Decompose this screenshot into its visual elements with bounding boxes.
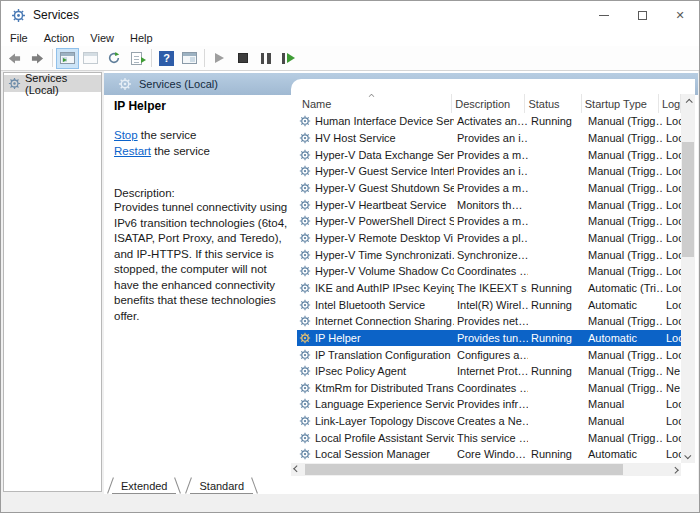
window-title: Services (33, 8, 79, 22)
show-console-tree-icon (60, 52, 75, 64)
service-description-cell: Activates an… (454, 113, 528, 130)
pause-service-button[interactable] (254, 48, 277, 69)
scroll-up-button[interactable] (681, 94, 695, 108)
forward-button[interactable] (26, 48, 49, 69)
forward-icon (30, 52, 45, 65)
table-row[interactable]: IKE and AuthIP IPsec Keying … The IKEEXT… (297, 280, 681, 297)
help-button[interactable]: ? (155, 48, 178, 69)
service-log-on-as-cell: Loc (663, 246, 681, 263)
service-gear-icon (299, 249, 311, 261)
table-row[interactable]: Hyper-V Guest Shutdown Se… Provides a m…… (297, 180, 681, 197)
table-row[interactable]: KtmRm for Distributed Trans… Coordinates… (297, 380, 681, 397)
menu-bar: File Action View Help (1, 29, 699, 46)
service-description-cell: Core Windo… (454, 446, 528, 463)
column-header-startup-type[interactable]: Startup Type (582, 94, 659, 113)
service-gear-icon (299, 232, 311, 244)
start-service-button[interactable] (208, 48, 231, 69)
service-startup-type-cell: Manual (585, 396, 663, 413)
show-action-pane-icon (182, 52, 197, 64)
horizontal-scrollbar-thumb[interactable] (305, 464, 623, 475)
service-status-cell (528, 313, 585, 330)
service-gear-icon (299, 199, 311, 211)
table-row[interactable]: HV Host Service Provides an i… Manual (T… (297, 130, 681, 147)
service-description-cell: Intel(R) Wirel… (454, 296, 528, 313)
menu-help[interactable]: Help (122, 29, 161, 46)
table-row[interactable]: Hyper-V Volume Shadow Co… Coordinates … … (297, 263, 681, 280)
table-row[interactable]: Internet Connection Sharing… Provides ne… (297, 313, 681, 330)
table-row[interactable]: Intel Bluetooth Service Intel(R) Wirel… … (297, 296, 681, 313)
service-name-cell: IKE and AuthIP IPsec Keying … (297, 280, 454, 297)
export-list-button[interactable] (125, 48, 148, 69)
column-header-log-on-as[interactable]: Log (659, 94, 681, 113)
service-status-cell: Running (528, 280, 585, 297)
menu-view[interactable]: View (82, 29, 122, 46)
table-row[interactable]: Local Profile Assistant Service This ser… (297, 429, 681, 446)
show-console-tree-button[interactable] (56, 48, 79, 69)
service-startup-type-cell: Manual (Trigg… (585, 213, 663, 230)
service-log-on-as-cell: Loc (663, 230, 681, 247)
service-startup-type-cell: Manual (Trigg… (585, 429, 663, 446)
table-row[interactable]: IP Translation Configuration … Configure… (297, 346, 681, 363)
back-button[interactable] (3, 48, 26, 69)
service-startup-type-cell: Manual (Trigg… (585, 246, 663, 263)
service-gear-icon (299, 149, 311, 161)
column-header-name[interactable]: Name (297, 94, 452, 113)
menu-action[interactable]: Action (36, 29, 83, 46)
chevron-up-icon (685, 98, 692, 105)
maximize-button[interactable] (623, 1, 661, 29)
properties-button[interactable] (79, 48, 102, 69)
restart-suffix-text: the service (151, 145, 210, 157)
table-row[interactable]: IPsec Policy Agent Internet Prot… Runnin… (297, 363, 681, 380)
restart-service-link[interactable]: Restart (114, 145, 151, 157)
service-startup-type-cell: Manual (Trigg… (585, 163, 663, 180)
service-description-cell: Synchronize… (454, 246, 528, 263)
scroll-down-button[interactable] (681, 449, 695, 463)
table-row[interactable]: Hyper-V PowerShell Direct S… Provides a … (297, 213, 681, 230)
stop-service-link[interactable]: Stop (114, 129, 138, 141)
service-info-pane: IP Helper Stop the service Restart the s… (114, 99, 290, 324)
table-row[interactable]: Hyper-V Remote Desktop Vi… Provides a pl… (297, 230, 681, 247)
service-gear-icon (299, 365, 311, 377)
scroll-right-button[interactable] (668, 463, 681, 476)
service-startup-type-cell: Automatic (Tri… (585, 280, 663, 297)
tree-item-services-local[interactable]: Services (Local) (4, 75, 101, 92)
table-row[interactable]: IP Helper Provides tun… Running Automati… (297, 330, 681, 347)
column-header-description[interactable]: Description (452, 94, 525, 113)
service-description-cell: Provides tun… (454, 330, 528, 347)
minimize-button[interactable] (585, 1, 623, 29)
service-log-on-as-cell: Loc (663, 263, 681, 280)
table-row[interactable]: Hyper-V Heartbeat Service Monitors th… M… (297, 196, 681, 213)
service-status-cell (528, 413, 585, 430)
vertical-scrollbar-thumb[interactable] (682, 142, 694, 257)
table-row[interactable]: Human Interface Device Serv… Activates a… (297, 113, 681, 130)
refresh-button[interactable] (102, 48, 125, 69)
menu-file[interactable]: File (1, 29, 36, 46)
service-startup-type-cell: Manual (Trigg… (585, 180, 663, 197)
service-startup-type-cell: Manual (585, 413, 663, 430)
help-icon: ? (159, 51, 174, 66)
show-action-pane-button[interactable] (178, 48, 201, 69)
restart-service-button[interactable] (277, 48, 300, 69)
column-header-status[interactable]: Status (525, 94, 581, 113)
scroll-left-button[interactable] (291, 463, 304, 476)
service-startup-type-cell: Manual (Trigg… (585, 346, 663, 363)
table-row[interactable]: Hyper-V Data Exchange Serv… Provides a m… (297, 146, 681, 163)
service-status-cell (528, 380, 585, 397)
table-row[interactable]: Local Session Manager Core Windo… Runnin… (297, 446, 681, 463)
service-gear-icon (299, 315, 311, 327)
refresh-icon (107, 51, 121, 65)
table-row[interactable]: Link-Layer Topology Discove… Creates a N… (297, 413, 681, 430)
table-row[interactable]: Hyper-V Guest Service Interf… Provides a… (297, 163, 681, 180)
services-panel: Services (Local) IP Helper Stop the serv… (104, 71, 698, 496)
tab-extended[interactable]: Extended (112, 478, 176, 494)
services-app-icon (11, 8, 26, 23)
service-description-cell: Provides an i… (454, 163, 528, 180)
service-name-cell: Local Profile Assistant Service (297, 429, 454, 446)
service-startup-type-cell: Manual (Trigg… (585, 146, 663, 163)
tab-standard[interactable]: Standard (190, 478, 253, 494)
stop-service-button[interactable] (231, 48, 254, 69)
table-row[interactable]: Hyper-V Time Synchronizati… Synchronize…… (297, 246, 681, 263)
description-label: Description: (114, 187, 290, 199)
close-button[interactable]: ✕ (661, 1, 699, 29)
table-row[interactable]: Language Experience Service Provides inf… (297, 396, 681, 413)
